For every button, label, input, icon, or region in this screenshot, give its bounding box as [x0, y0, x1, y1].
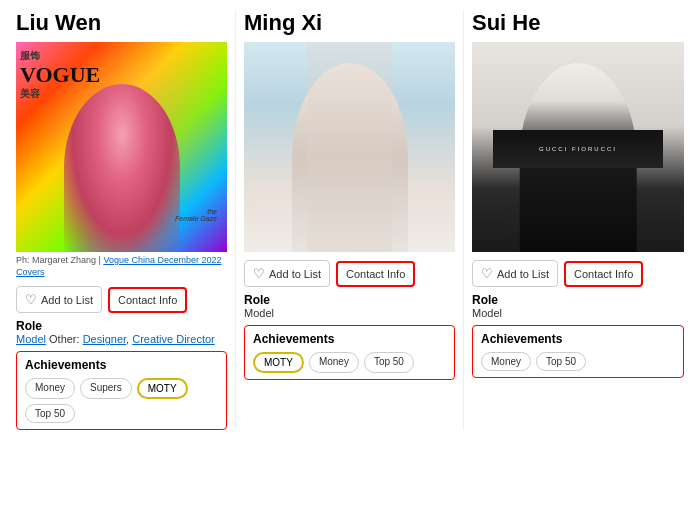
achievements-section-sui-he: Achievements Money Top 50	[472, 325, 684, 378]
contact-info-button-sui-he[interactable]: Contact Info	[564, 261, 643, 287]
role-section-ming-xi: Role Model	[244, 293, 455, 319]
profile-ming-xi: Ming Xi ♡ Add to List Contact Info Role …	[236, 10, 464, 430]
badge-top50-sui[interactable]: Top 50	[536, 352, 586, 371]
role-value-liu-wen: Model Other: Designer, Creative Director	[16, 333, 227, 345]
heart-icon-sui: ♡	[481, 266, 493, 281]
contact-info-label-liu-wen: Contact Info	[118, 294, 177, 306]
badges-row-sui-he: Money Top 50	[481, 352, 675, 371]
heart-icon-ming: ♡	[253, 266, 265, 281]
add-to-list-label-liu-wen: Add to List	[41, 294, 93, 306]
model-name-liu-wen: Liu Wen	[16, 10, 227, 36]
achievements-section-liu-wen: Achievements Money Supers MOTY Top 50	[16, 351, 227, 430]
role-label-ming-xi: Role	[244, 293, 455, 307]
badge-moty-ming[interactable]: MOTY	[253, 352, 304, 373]
badge-top50-liu[interactable]: Top 50	[25, 404, 75, 423]
contact-info-label-ming-xi: Contact Info	[346, 268, 405, 280]
role-section-liu-wen: Role Model Other: Designer, Creative Dir…	[16, 319, 227, 345]
badges-row-ming-xi: MOTY Money Top 50	[253, 352, 446, 373]
badge-money-ming[interactable]: Money	[309, 352, 359, 373]
contact-info-button-liu-wen[interactable]: Contact Info	[108, 287, 187, 313]
role-label-sui-he: Role	[472, 293, 684, 307]
badge-money-liu[interactable]: Money	[25, 378, 75, 399]
achievements-label-sui-he: Achievements	[481, 332, 675, 346]
add-to-list-label-ming-xi: Add to List	[269, 268, 321, 280]
profile-sui-he: Sui He GUCCI FIORUCCI ♡ Add to List Cont…	[464, 10, 692, 430]
model-name-sui-he: Sui He	[472, 10, 684, 36]
profiles-grid: Liu Wen 服饰VOGUE美容 theFemale Gaze Ph: Mar…	[0, 0, 700, 440]
photo-ming-xi	[244, 42, 455, 252]
badge-money-sui[interactable]: Money	[481, 352, 531, 371]
badge-top50-ming[interactable]: Top 50	[364, 352, 414, 373]
contact-info-button-ming-xi[interactable]: Contact Info	[336, 261, 415, 287]
badge-moty-liu[interactable]: MOTY	[137, 378, 188, 399]
add-to-list-button-ming-xi[interactable]: ♡ Add to List	[244, 260, 330, 287]
profile-liu-wen: Liu Wen 服饰VOGUE美容 theFemale Gaze Ph: Mar…	[8, 10, 236, 430]
contact-info-label-sui-he: Contact Info	[574, 268, 633, 280]
badges-row-liu-wen: Money Supers MOTY Top 50	[25, 378, 218, 423]
achievements-label-liu-wen: Achievements	[25, 358, 218, 372]
badge-supers-liu[interactable]: Supers	[80, 378, 132, 399]
add-to-list-button-liu-wen[interactable]: ♡ Add to List	[16, 286, 102, 313]
achievements-label-ming-xi: Achievements	[253, 332, 446, 346]
action-row-sui-he: ♡ Add to List Contact Info	[472, 260, 684, 287]
photo-sui-he: GUCCI FIORUCCI	[472, 42, 684, 252]
role-label-liu-wen: Role	[16, 319, 227, 333]
model-name-ming-xi: Ming Xi	[244, 10, 455, 36]
heart-icon: ♡	[25, 292, 37, 307]
action-row-ming-xi: ♡ Add to List Contact Info	[244, 260, 455, 287]
photo-liu-wen: 服饰VOGUE美容 theFemale Gaze	[16, 42, 227, 252]
achievements-section-ming-xi: Achievements MOTY Money Top 50	[244, 325, 455, 380]
add-to-list-label-sui-he: Add to List	[497, 268, 549, 280]
photo-caption-liu-wen: Ph: Margaret Zhang | Vogue China Decembe…	[16, 255, 227, 278]
role-value-ming-xi: Model	[244, 307, 455, 319]
role-value-sui-he: Model	[472, 307, 684, 319]
role-section-sui-he: Role Model	[472, 293, 684, 319]
action-row-liu-wen: ♡ Add to List Contact Info	[16, 286, 227, 313]
add-to-list-button-sui-he[interactable]: ♡ Add to List	[472, 260, 558, 287]
